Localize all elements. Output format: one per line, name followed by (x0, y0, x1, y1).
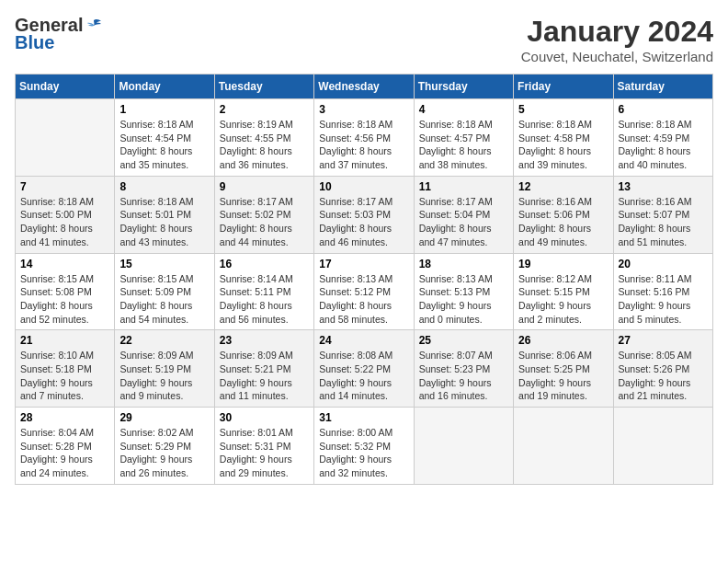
calendar-cell: 5Sunrise: 8:18 AMSunset: 4:58 PMDaylight… (514, 99, 613, 177)
day-number: 23 (220, 334, 309, 347)
calendar-week-row: 28Sunrise: 8:04 AMSunset: 5:28 PMDayligh… (16, 408, 713, 485)
day-info: Sunrise: 8:15 AMSunset: 5:08 PMDaylight:… (20, 272, 109, 327)
day-number: 7 (20, 180, 109, 193)
calendar-cell: 30Sunrise: 8:01 AMSunset: 5:31 PMDayligh… (214, 408, 313, 485)
day-info: Sunrise: 8:02 AMSunset: 5:29 PMDaylight:… (119, 426, 209, 480)
calendar-cell (16, 99, 115, 177)
calendar-cell: 9Sunrise: 8:17 AMSunset: 5:02 PMDaylight… (214, 176, 313, 253)
day-number: 1 (119, 103, 209, 116)
day-number: 16 (220, 258, 309, 270)
day-info: Sunrise: 8:09 AMSunset: 5:21 PMDaylight:… (220, 349, 309, 403)
day-number: 4 (419, 103, 508, 116)
day-info: Sunrise: 8:07 AMSunset: 5:23 PMDaylight:… (419, 349, 508, 403)
calendar-week-row: 21Sunrise: 8:10 AMSunset: 5:18 PMDayligh… (16, 330, 713, 408)
day-number: 11 (419, 180, 508, 193)
calendar-week-row: 14Sunrise: 8:15 AMSunset: 5:08 PMDayligh… (16, 253, 713, 330)
day-info: Sunrise: 8:18 AMSunset: 5:00 PMDaylight:… (20, 195, 109, 249)
calendar-cell: 12Sunrise: 8:16 AMSunset: 5:06 PMDayligh… (514, 176, 613, 253)
calendar-cell: 7Sunrise: 8:18 AMSunset: 5:00 PMDaylight… (16, 176, 115, 253)
calendar-cell: 22Sunrise: 8:09 AMSunset: 5:19 PMDayligh… (115, 330, 214, 408)
day-info: Sunrise: 8:17 AMSunset: 5:04 PMDaylight:… (419, 195, 508, 249)
header: General Blue January 2024 Couvet, Neucha… (15, 15, 713, 64)
day-info: Sunrise: 8:14 AMSunset: 5:11 PMDaylight:… (220, 272, 309, 327)
day-number: 6 (619, 103, 708, 116)
weekday-header-monday: Monday (115, 75, 214, 99)
calendar-cell: 23Sunrise: 8:09 AMSunset: 5:21 PMDayligh… (214, 330, 313, 408)
day-number: 8 (119, 180, 209, 193)
day-info: Sunrise: 8:13 AMSunset: 5:12 PMDaylight:… (319, 272, 408, 327)
day-number: 2 (220, 103, 309, 116)
logo: General Blue (15, 15, 103, 53)
logo-blue: Blue (15, 32, 54, 53)
month-title: January 2024 (521, 15, 713, 49)
day-info: Sunrise: 8:00 AMSunset: 5:32 PMDaylight:… (319, 426, 408, 480)
calendar-cell: 17Sunrise: 8:13 AMSunset: 5:12 PMDayligh… (314, 253, 414, 330)
calendar-cell: 14Sunrise: 8:15 AMSunset: 5:08 PMDayligh… (16, 253, 115, 330)
day-number: 9 (220, 180, 309, 193)
day-number: 31 (319, 411, 408, 424)
calendar-cell: 26Sunrise: 8:06 AMSunset: 5:25 PMDayligh… (514, 330, 613, 408)
calendar-week-row: 1Sunrise: 8:18 AMSunset: 4:54 PMDaylight… (16, 99, 713, 177)
calendar-table: SundayMondayTuesdayWednesdayThursdayFrid… (15, 74, 713, 485)
weekday-header-wednesday: Wednesday (314, 75, 414, 99)
calendar-cell: 19Sunrise: 8:12 AMSunset: 5:15 PMDayligh… (514, 253, 613, 330)
day-info: Sunrise: 8:18 AMSunset: 4:57 PMDaylight:… (419, 118, 508, 172)
day-info: Sunrise: 8:08 AMSunset: 5:22 PMDaylight:… (319, 349, 408, 403)
day-info: Sunrise: 8:18 AMSunset: 5:01 PMDaylight:… (119, 195, 209, 249)
day-number: 27 (619, 334, 708, 347)
day-number: 5 (518, 103, 608, 116)
calendar-cell: 11Sunrise: 8:17 AMSunset: 5:04 PMDayligh… (414, 176, 513, 253)
day-info: Sunrise: 8:06 AMSunset: 5:25 PMDaylight:… (518, 349, 608, 403)
calendar-cell: 2Sunrise: 8:19 AMSunset: 4:55 PMDaylight… (214, 99, 313, 177)
day-info: Sunrise: 8:16 AMSunset: 5:06 PMDaylight:… (518, 195, 608, 249)
weekday-header-friday: Friday (514, 75, 613, 99)
day-number: 3 (319, 103, 408, 116)
day-info: Sunrise: 8:19 AMSunset: 4:55 PMDaylight:… (220, 118, 309, 172)
calendar-cell (514, 408, 613, 485)
day-info: Sunrise: 8:15 AMSunset: 5:09 PMDaylight:… (119, 272, 209, 327)
day-number: 28 (20, 411, 109, 424)
day-info: Sunrise: 8:13 AMSunset: 5:13 PMDaylight:… (419, 272, 508, 327)
calendar-cell: 24Sunrise: 8:08 AMSunset: 5:22 PMDayligh… (314, 330, 414, 408)
day-info: Sunrise: 8:05 AMSunset: 5:26 PMDaylight:… (619, 349, 708, 403)
calendar-cell: 3Sunrise: 8:18 AMSunset: 4:56 PMDaylight… (314, 99, 414, 177)
day-number: 19 (518, 258, 608, 270)
weekday-header-saturday: Saturday (613, 75, 712, 99)
day-info: Sunrise: 8:11 AMSunset: 5:16 PMDaylight:… (619, 272, 708, 327)
day-info: Sunrise: 8:04 AMSunset: 5:28 PMDaylight:… (20, 426, 109, 480)
calendar-cell: 16Sunrise: 8:14 AMSunset: 5:11 PMDayligh… (214, 253, 313, 330)
calendar-cell (613, 408, 712, 485)
day-number: 20 (619, 258, 708, 270)
day-number: 30 (220, 411, 309, 424)
calendar-cell: 6Sunrise: 8:18 AMSunset: 4:59 PMDaylight… (613, 99, 712, 177)
day-number: 18 (419, 258, 508, 270)
day-number: 26 (518, 334, 608, 347)
day-number: 17 (319, 258, 408, 270)
day-number: 12 (518, 180, 608, 193)
day-info: Sunrise: 8:18 AMSunset: 4:54 PMDaylight:… (119, 118, 209, 172)
day-info: Sunrise: 8:09 AMSunset: 5:19 PMDaylight:… (119, 349, 209, 403)
day-number: 25 (419, 334, 508, 347)
calendar-cell: 4Sunrise: 8:18 AMSunset: 4:57 PMDaylight… (414, 99, 513, 177)
title-area: January 2024 Couvet, Neuchatel, Switzerl… (521, 15, 713, 64)
weekday-header-thursday: Thursday (414, 75, 513, 99)
day-number: 24 (319, 334, 408, 347)
weekday-header-sunday: Sunday (16, 75, 115, 99)
calendar-cell: 27Sunrise: 8:05 AMSunset: 5:26 PMDayligh… (613, 330, 712, 408)
day-number: 22 (119, 334, 209, 347)
day-number: 14 (20, 258, 109, 270)
calendar-cell: 1Sunrise: 8:18 AMSunset: 4:54 PMDaylight… (115, 99, 214, 177)
day-number: 29 (119, 411, 209, 424)
day-number: 21 (20, 334, 109, 347)
day-info: Sunrise: 8:16 AMSunset: 5:07 PMDaylight:… (619, 195, 708, 249)
location-title: Couvet, Neuchatel, Switzerland (521, 49, 713, 64)
day-number: 15 (119, 258, 209, 270)
logo-bird-icon (85, 17, 103, 35)
day-info: Sunrise: 8:18 AMSunset: 4:58 PMDaylight:… (518, 118, 608, 172)
day-info: Sunrise: 8:18 AMSunset: 4:56 PMDaylight:… (319, 118, 408, 172)
calendar-cell: 15Sunrise: 8:15 AMSunset: 5:09 PMDayligh… (115, 253, 214, 330)
calendar-cell (414, 408, 513, 485)
day-info: Sunrise: 8:10 AMSunset: 5:18 PMDaylight:… (20, 349, 109, 403)
calendar-cell: 21Sunrise: 8:10 AMSunset: 5:18 PMDayligh… (16, 330, 115, 408)
day-info: Sunrise: 8:17 AMSunset: 5:02 PMDaylight:… (220, 195, 309, 249)
